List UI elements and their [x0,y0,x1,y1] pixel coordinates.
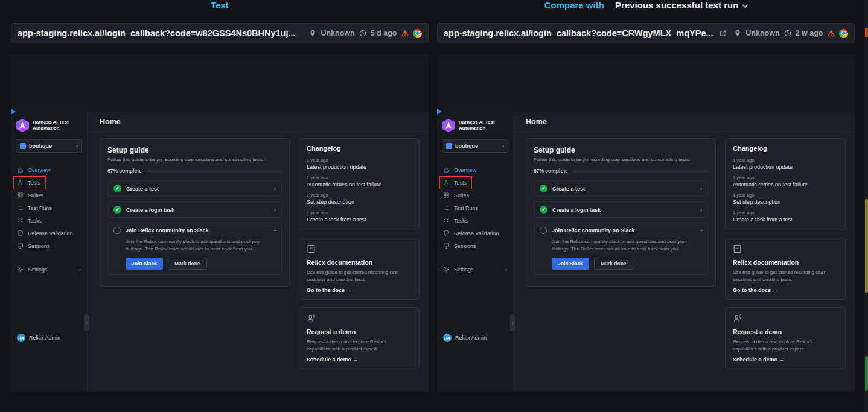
changelog-entry-title: Set step description [733,199,838,205]
warning-icon: ⚠ [401,29,409,37]
setup-item-join-slack[interactable]: Join Relicx community on Slack › Join th… [107,223,282,275]
changelog-card: Changelog 1 year ago Latest production u… [725,138,846,230]
sidebar-item-label: Release Validation [28,230,72,236]
compare-target-label: Previous successful test run [615,0,738,10]
setup-guide-card: Setup guide Follow this guide to begin r… [526,138,716,287]
setup-item-description: Join the Relicx community slack to ask q… [126,238,276,253]
checklist-icon [443,217,450,224]
sidebar-collapse-handle[interactable]: ‹ [510,314,515,331]
chevron-right-icon: › [76,143,78,149]
diff-marker-icon [11,109,16,115]
sidebar-item-tests[interactable]: Tests [437,176,513,189]
shield-icon [443,230,450,236]
mark-done-button[interactable]: Mark done [168,258,207,270]
setup-item-create-login-task[interactable]: ✓ Create a login task › [107,201,282,218]
sidebar-item-label: Test Runs [454,205,478,211]
setup-item-label: Create a login task [552,207,601,213]
setup-guide-title: Setup guide [107,146,282,154]
sidebar-item-release-validation[interactable]: Release Validation [437,227,513,239]
changelog-entry-title: Automatic retries on test failure [733,182,838,188]
setup-item-label: Join Relicx community on Slack [126,227,209,233]
progress-bar [147,170,282,173]
sidebar-item-settings[interactable]: Settings › [11,263,87,276]
brand-name: Harness AI Test Automation [33,119,82,132]
document-icon [733,244,838,256]
sidebar-item-label: Tasks [454,218,468,224]
url-bar-left: app-staging.relicx.ai/login_callback?cod… [11,23,429,43]
monitor-icon [17,242,24,249]
join-slack-button[interactable]: Join Slack [552,258,589,270]
sidebar-item-sessions[interactable]: Sessions [437,239,513,252]
sidebar-item-label: Sessions [454,243,476,249]
url-meta: Unknown 5 d ago ⚠ [309,29,422,38]
location-pin-icon [309,30,316,37]
go-to-docs-link[interactable]: Go to the docs → [733,287,838,293]
changelog-entry-title: Create a task from a test [733,217,838,223]
changelog-entry-title: Latest production update [307,164,412,170]
external-link-icon[interactable] [719,30,727,37]
project-selector[interactable]: boutique › [442,139,508,153]
changelog-age: 1 year ago [307,210,412,215]
clock-icon [359,30,366,37]
scrollbar-success-mark [865,356,868,391]
project-selector[interactable]: boutique › [16,139,82,153]
url-meta: Unknown 2 w ago ⚠ [734,29,848,38]
sidebar-item-tests[interactable]: Tests [11,176,87,189]
sidebar-item-sessions[interactable]: Sessions [11,239,87,252]
sidebar-collapse-handle[interactable]: ‹ [84,314,89,331]
changelog-entry: 1 year ago Create a task from a test [307,210,412,223]
sidebar-item-suites[interactable]: Suites [437,189,513,201]
chevron-right-icon: › [700,186,702,192]
sidebar-item-overview[interactable]: Overview [437,163,513,176]
page-title: Home [514,112,855,132]
documentation-description: Use this guide to get started recording … [733,269,838,283]
numbered-list-icon [17,204,24,211]
user-menu[interactable]: RA Relicx Admin [17,334,60,342]
sidebar: Harness AI Test Automation boutique › Ov… [11,112,88,392]
monitor-icon [443,242,450,249]
progress-label: 67% complete [534,168,568,174]
sidebar-item-label: Tests [454,180,467,186]
compare-target-dropdown[interactable]: Previous successful test run [615,0,747,10]
sidebar-item-test-runs[interactable]: Test Runs [437,201,513,214]
sidebar-item-test-runs[interactable]: Test Runs [11,201,87,214]
sidebar-item-tasks[interactable]: Tasks [11,214,87,227]
scrollbar-change-mark [865,199,868,293]
changelog-entry-title: Latest production update [733,164,838,170]
changelog-entry-title: Automatic retries on test failure [307,182,412,188]
chevron-right-icon: › [502,143,504,149]
request-demo-description: Request a demo and explore Relicx's capa… [307,338,412,352]
sidebar-item-release-validation[interactable]: Release Validation [11,227,87,239]
go-to-docs-link[interactable]: Go to the docs → [307,287,412,293]
setup-guide-title: Setup guide [534,146,708,154]
setup-item-create-login-task[interactable]: ✓ Create a login task › [534,201,708,218]
url-link[interactable]: app-staging.relicx.ai/login_callback?cod… [18,28,296,38]
sidebar-item-settings[interactable]: Settings › [437,263,513,276]
setup-item-join-slack[interactable]: Join Relicx community on Slack › Join th… [534,223,708,275]
setup-item-create-test[interactable]: ✓ Create a test › [107,180,282,197]
request-demo-card: Request a demo Request a demo and explor… [299,307,420,369]
harness-logo-icon [16,119,29,132]
url-link[interactable]: app-staging.relicx.ai/login_callback?cod… [444,28,713,38]
schedule-demo-link[interactable]: Schedule a demo → [307,357,412,363]
chrome-browser-icon [413,29,422,38]
documentation-title: Relicx documentation [307,259,412,266]
setup-item-create-test[interactable]: ✓ Create a test › [534,180,708,197]
request-demo-title: Request a demo [733,328,838,335]
changelog-entry-title: Set step description [307,199,412,205]
sidebar-item-overview[interactable]: Overview [11,163,87,176]
sidebar-item-label: Settings [454,267,474,273]
overview-scrollbar[interactable] [864,0,868,412]
documentation-description: Use this guide to get started recording … [307,269,412,283]
user-menu[interactable]: RA Relicx Admin [443,334,487,342]
project-name: boutique [455,143,478,149]
sidebar-item-tasks[interactable]: Tasks [437,214,513,227]
join-slack-button[interactable]: Join Slack [126,258,163,270]
mark-done-button[interactable]: Mark done [594,258,633,270]
sidebar-item-label: Release Validation [454,230,499,236]
numbered-list-icon [443,204,450,211]
schedule-demo-link[interactable]: Schedule a demo → [733,357,838,363]
checklist-icon [17,217,24,224]
sidebar-item-suites[interactable]: Suites [11,189,87,201]
brand-name: Harness AI Test Automation [459,119,508,132]
